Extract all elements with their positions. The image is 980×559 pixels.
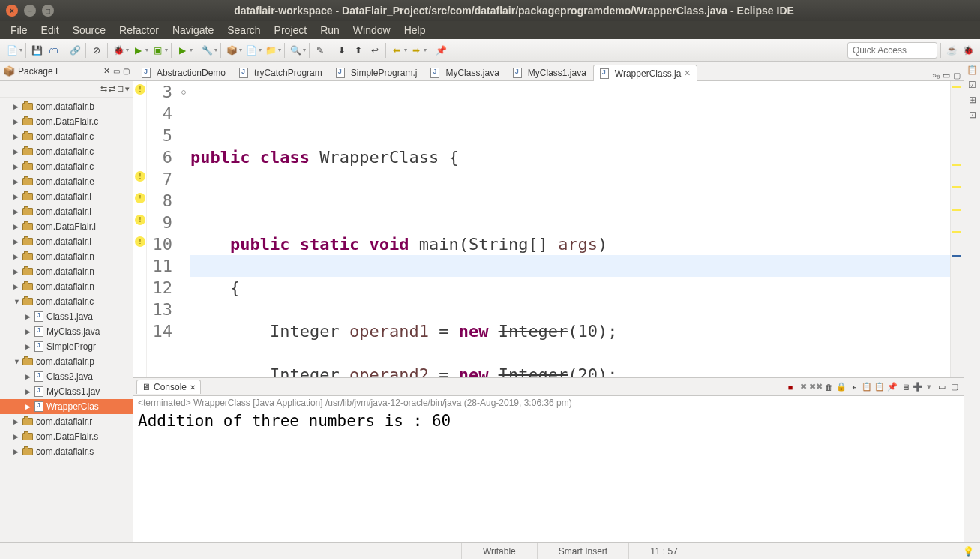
open-type-icon[interactable]: 🔗 bbox=[67, 43, 82, 58]
task-list-icon[interactable]: ☑ bbox=[968, 80, 976, 90]
save-all-icon[interactable]: 🗃 bbox=[46, 43, 61, 58]
run-icon[interactable]: ▶ bbox=[130, 43, 145, 58]
console-minimize-icon[interactable]: ▭ bbox=[936, 381, 948, 393]
tree-item[interactable]: ▶com.dataflair.n bbox=[0, 264, 133, 279]
search-icon[interactable]: 🔍 bbox=[288, 43, 303, 58]
menu-navigate[interactable]: Navigate bbox=[166, 23, 220, 38]
close-icon[interactable]: ✕ bbox=[103, 66, 110, 76]
tree-item[interactable]: ▶com.dataflair.n bbox=[0, 249, 133, 264]
terminate-icon[interactable]: ■ bbox=[784, 381, 796, 393]
editor-minimize-icon[interactable]: ▭ bbox=[943, 71, 950, 80]
perspective-debug-icon[interactable]: 🐞 bbox=[961, 43, 976, 58]
package-tree[interactable]: ▶com.dataflair.b▶com.DataFlair.c▶com.dat… bbox=[0, 98, 133, 542]
new-class-icon[interactable]: 📄 bbox=[244, 43, 259, 58]
pin-icon[interactable]: 📌 bbox=[433, 43, 448, 58]
menu-edit[interactable]: Edit bbox=[35, 23, 65, 38]
remove-icon[interactable]: ✖ bbox=[797, 381, 809, 393]
save-icon[interactable]: 💾 bbox=[29, 43, 44, 58]
console-maximize-icon[interactable]: ▢ bbox=[949, 381, 961, 393]
tree-item[interactable]: ▶MyClass1.jav bbox=[0, 384, 133, 399]
code-editor[interactable]: ! ! ! ! ! 34567891011121314 ⊖ public cla… bbox=[133, 81, 964, 377]
tree-item[interactable]: ▶com.DataFlair.s bbox=[0, 429, 133, 444]
minimize-icon[interactable]: ▭ bbox=[113, 67, 120, 75]
new-package-icon[interactable]: 📦 bbox=[224, 43, 239, 58]
prev-annotation-icon[interactable]: ⬆ bbox=[351, 43, 366, 58]
forward-icon[interactable]: ➡ bbox=[409, 43, 424, 58]
new-icon[interactable]: 📄 bbox=[4, 43, 19, 58]
close-icon[interactable]: ✕ bbox=[684, 68, 691, 78]
toggle-mark-icon[interactable]: ✎ bbox=[313, 43, 328, 58]
tree-item[interactable]: ▶com.dataflair.n bbox=[0, 279, 133, 294]
skip-breakpoints-icon[interactable]: ⊘ bbox=[89, 43, 104, 58]
tree-item[interactable]: ▼com.dataflair.p bbox=[0, 354, 133, 369]
editor-tab[interactable]: MyClass.java bbox=[424, 64, 505, 80]
new-folder-icon[interactable]: 📁 bbox=[263, 43, 278, 58]
menu-run[interactable]: Run bbox=[314, 23, 346, 38]
more-tabs-icon[interactable]: »₈ bbox=[932, 71, 940, 80]
run-last-icon[interactable]: ▶ bbox=[175, 43, 190, 58]
tree-item[interactable]: ▶com.dataflair.r bbox=[0, 414, 133, 429]
tree-item[interactable]: ▶com.dataflair.i bbox=[0, 189, 133, 204]
show-stdout-icon[interactable]: 📋 bbox=[861, 381, 873, 393]
external-tools-icon[interactable]: 🔧 bbox=[199, 43, 214, 58]
editor-tab[interactable]: MyClass1.java bbox=[506, 64, 593, 80]
editor-tab[interactable]: WrapperClass.ja✕ bbox=[593, 65, 697, 81]
remove-all-icon[interactable]: ✖✖ bbox=[810, 381, 822, 393]
menu-search[interactable]: Search bbox=[221, 23, 266, 38]
coverage-icon[interactable]: ▣ bbox=[150, 43, 165, 58]
quick-access[interactable] bbox=[847, 42, 937, 59]
show-view-icon[interactable]: ⊡ bbox=[969, 110, 976, 120]
tree-item[interactable]: ▶com.dataflair.b bbox=[0, 99, 133, 114]
maximize-icon[interactable]: ▢ bbox=[123, 67, 130, 75]
tree-item[interactable]: ▶com.dataflair.c bbox=[0, 129, 133, 144]
tree-item[interactable]: ▶WrapperClas bbox=[0, 399, 133, 414]
tip-icon[interactable]: 💡 bbox=[963, 546, 980, 557]
next-annotation-icon[interactable]: ⬇ bbox=[334, 43, 349, 58]
display-selected-icon[interactable]: 🖥 bbox=[899, 381, 911, 393]
tree-item[interactable]: ▶SimpleProgr bbox=[0, 339, 133, 354]
menu-window[interactable]: Window bbox=[347, 23, 397, 38]
tree-item[interactable]: ▶com.dataflair.i bbox=[0, 204, 133, 219]
quick-access-input[interactable] bbox=[847, 42, 937, 59]
link-editor-icon[interactable]: ⇄ bbox=[109, 84, 115, 94]
tree-item[interactable]: ▶com.dataflair.c bbox=[0, 159, 133, 174]
code-content[interactable]: public class WrapperClass { public stati… bbox=[190, 81, 950, 377]
menu-source[interactable]: Source bbox=[67, 23, 112, 38]
perspective-java-icon[interactable]: ☕ bbox=[944, 43, 959, 58]
view-menu-icon[interactable]: ▾ bbox=[125, 84, 130, 94]
window-minimize-icon[interactable]: – bbox=[24, 5, 36, 17]
overview-ruler[interactable] bbox=[950, 81, 964, 377]
show-stderr-icon[interactable]: 📋 bbox=[874, 381, 886, 393]
focus-icon[interactable]: ⊟ bbox=[117, 84, 124, 94]
collapse-all-icon[interactable]: ⇆ bbox=[100, 84, 107, 94]
tree-item[interactable]: ▶Class2.java bbox=[0, 369, 133, 384]
close-icon[interactable]: ✕ bbox=[190, 383, 196, 392]
tree-item[interactable]: ▶com.DataFlair.l bbox=[0, 219, 133, 234]
tree-item[interactable]: ▶com.dataflair.l bbox=[0, 234, 133, 249]
outline-icon[interactable]: 📋 bbox=[967, 65, 978, 75]
menu-help[interactable]: Help bbox=[398, 23, 432, 38]
editor-tab[interactable]: tryCatchProgram bbox=[232, 64, 329, 80]
open-console-icon[interactable]: ➕ bbox=[912, 381, 924, 393]
menu-file[interactable]: File bbox=[4, 23, 34, 38]
back-icon[interactable]: ⬅ bbox=[389, 43, 404, 58]
last-edit-icon[interactable]: ↩ bbox=[367, 43, 382, 58]
tree-item[interactable]: ▶com.dataflair.e bbox=[0, 174, 133, 189]
editor-maximize-icon[interactable]: ▢ bbox=[953, 71, 961, 80]
perspective-icon[interactable]: ⊞ bbox=[969, 95, 976, 105]
clear-console-icon[interactable]: 🗑 bbox=[823, 381, 835, 393]
editor-tab[interactable]: SimpleProgram.j bbox=[329, 64, 424, 80]
fold-bar[interactable]: ⊖ bbox=[177, 81, 190, 377]
pin-console-icon[interactable]: 📌 bbox=[886, 381, 898, 393]
console-tab[interactable]: 🖥 Console ✕ bbox=[136, 380, 201, 394]
tree-item[interactable]: ▶Class1.java bbox=[0, 309, 133, 324]
tree-item[interactable]: ▶com.DataFlair.c bbox=[0, 114, 133, 129]
console-output[interactable]: Addition of three numbers is : 60 bbox=[133, 410, 964, 542]
tree-item[interactable]: ▶com.dataflair.s bbox=[0, 444, 133, 459]
tree-item[interactable]: ▼com.dataflair.c bbox=[0, 294, 133, 309]
scroll-lock-icon[interactable]: 🔒 bbox=[835, 381, 847, 393]
tree-item[interactable]: ▶MyClass.java bbox=[0, 324, 133, 339]
word-wrap-icon[interactable]: ↲ bbox=[848, 381, 860, 393]
window-maximize-icon[interactable]: □ bbox=[42, 5, 54, 17]
menu-refactor[interactable]: Refactor bbox=[113, 23, 165, 38]
